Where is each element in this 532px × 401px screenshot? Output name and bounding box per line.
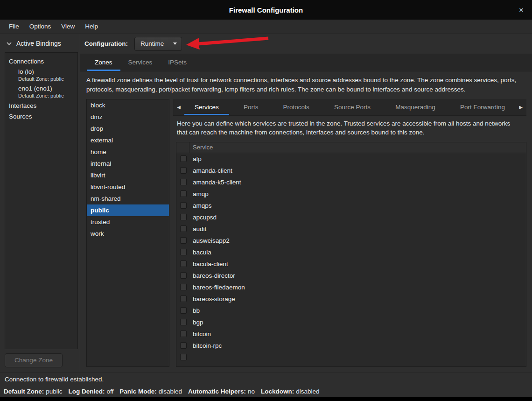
table-row[interactable]: audit	[176, 223, 526, 235]
zone-detail-tab-strip: Services Ports Protocols Source Ports Ma…	[184, 99, 515, 115]
table-row[interactable]: bitcoin	[176, 328, 526, 340]
zone-list-item[interactable]: nm-shared	[87, 193, 169, 204]
service-checkbox[interactable]	[180, 167, 187, 174]
table-row[interactable]: apcupsd	[176, 211, 526, 223]
table-body: afp amanda-client	[176, 153, 526, 366]
tab[interactable]: Services	[120, 54, 161, 71]
menu-item[interactable]: View	[56, 20, 80, 33]
zone-list-item[interactable]: libvirt	[87, 169, 169, 181]
zones-description: A firewalld zone defines the level of tr…	[80, 71, 532, 99]
table-row[interactable]: afp	[176, 153, 526, 165]
table-row[interactable]: bareos-director	[176, 270, 526, 281]
zone-list-item[interactable]: public	[87, 204, 169, 216]
zone-detail-tab[interactable]: Ports	[233, 99, 269, 115]
status-pair: Lockdown: disabled	[261, 388, 320, 395]
tab[interactable]: IPSets	[160, 54, 195, 71]
service-name: bgp	[193, 319, 203, 326]
zone-list-item[interactable]: block	[87, 99, 169, 111]
table-row[interactable]: bareos-filedaemon	[176, 281, 526, 293]
firewall-config-window: Firewall Configuration × File Options Vi…	[0, 0, 532, 397]
zone-detail-tab[interactable]: Port Forwarding	[450, 99, 515, 115]
service-checkbox[interactable]	[180, 155, 187, 162]
service-name: afp	[193, 155, 202, 162]
service-checkbox[interactable]	[180, 272, 187, 279]
service-checkbox[interactable]	[180, 214, 187, 220]
zone-detail-tab[interactable]: Masquerading	[385, 99, 446, 115]
zone-detail-tab[interactable]: Services	[184, 99, 229, 115]
services-table: Service afp	[176, 142, 526, 367]
zone-list-item[interactable]: internal	[87, 158, 169, 169]
tab[interactable]: Zones	[87, 54, 120, 71]
service-name: bareos-filedaemon	[193, 284, 245, 291]
service-name: bitcoin	[193, 331, 211, 338]
zone-detail-tab[interactable]: Source Ports	[324, 99, 381, 115]
tree-item-connection[interactable]: lo (lo) Default Zone: public	[5, 67, 77, 84]
service-checkbox[interactable]	[180, 307, 187, 314]
service-column-header[interactable]: Service	[189, 144, 213, 151]
table-row[interactable]: amanda-client	[176, 165, 526, 176]
configuration-dropdown[interactable]: Runtime	[134, 37, 182, 51]
arrow-right-icon: ▶	[519, 105, 523, 110]
zone-detail-tab[interactable]: Protocols	[273, 99, 320, 115]
connection-name: eno1 (eno1)	[18, 85, 77, 92]
service-checkbox[interactable]	[180, 331, 187, 337]
service-checkbox[interactable]	[180, 237, 187, 244]
zone-list: block dmz drop external home internal li…	[86, 99, 169, 367]
service-name: ausweisapp2	[193, 237, 230, 244]
service-name: bareos-storage	[193, 295, 235, 303]
tree-item-connections[interactable]: Connections	[5, 56, 77, 67]
service-checkbox[interactable]	[180, 249, 187, 255]
status-pair-value: disabled	[296, 388, 319, 395]
service-checkbox[interactable]	[180, 202, 187, 209]
tree-item-interfaces[interactable]: Interfaces	[5, 100, 77, 111]
zone-list-item[interactable]: home	[87, 146, 169, 158]
service-checkbox[interactable]	[180, 225, 187, 232]
service-checkbox[interactable]	[180, 342, 187, 349]
service-name: bitcoin-rpc	[193, 342, 222, 349]
table-row-partial[interactable]	[176, 352, 526, 363]
service-checkbox[interactable]	[180, 190, 187, 197]
table-row[interactable]: amqp	[176, 188, 526, 200]
change-zone-button[interactable]: Change Zone	[5, 353, 63, 367]
tabs-scroll-right-button[interactable]: ▶	[515, 99, 526, 115]
status-pair-label: Panic Mode:	[119, 388, 157, 395]
status-pair-label: Automatic Helpers:	[188, 388, 246, 395]
menu-item[interactable]: Help	[80, 20, 103, 33]
status-pair-value: off	[107, 388, 114, 395]
table-row[interactable]: bb	[176, 305, 526, 317]
status-pair-label: Lockdown:	[261, 388, 294, 395]
zone-list-item[interactable]: drop	[87, 123, 169, 134]
table-row[interactable]: bacula-client	[176, 258, 526, 270]
zone-list-item[interactable]: external	[87, 134, 169, 146]
table-row[interactable]: bgp	[176, 317, 526, 328]
table-header: Service	[176, 142, 526, 153]
zone-list-item[interactable]: work	[87, 228, 169, 239]
table-row[interactable]: bacula	[176, 246, 526, 258]
tree-item-connection[interactable]: eno1 (eno1) Default Zone: public	[5, 84, 77, 100]
table-row[interactable]: bitcoin-rpc	[176, 340, 526, 352]
tree-item-sources[interactable]: Sources	[5, 111, 77, 122]
menu-item[interactable]: File	[4, 20, 24, 33]
service-name: amanda-k5-client	[193, 179, 241, 186]
body: Active Bindings Connections lo (lo) Defa…	[0, 34, 532, 373]
zone-detail: ◀ Services Ports Protocols Source Por	[173, 99, 526, 367]
service-checkbox[interactable]	[180, 260, 187, 267]
service-checkbox[interactable]	[180, 319, 187, 325]
menu-item[interactable]: Options	[24, 20, 56, 33]
table-row[interactable]: amqps	[176, 200, 526, 211]
service-checkbox[interactable]	[180, 354, 187, 360]
main-tabs: Zones Services IPSets	[80, 54, 532, 71]
zone-list-item[interactable]: dmz	[87, 111, 169, 123]
zone-list-item[interactable]: libvirt-routed	[87, 181, 169, 193]
table-row[interactable]: bareos-storage	[176, 293, 526, 305]
active-bindings-expander[interactable]: Active Bindings	[0, 34, 80, 51]
titlebar: Firewall Configuration ×	[0, 0, 532, 20]
service-checkbox[interactable]	[180, 179, 187, 185]
zone-list-item[interactable]: trusted	[87, 216, 169, 228]
table-row[interactable]: ausweisapp2	[176, 235, 526, 246]
close-icon[interactable]: ×	[519, 6, 524, 14]
service-checkbox[interactable]	[180, 295, 187, 302]
service-checkbox[interactable]	[180, 284, 187, 290]
table-row[interactable]: amanda-k5-client	[176, 176, 526, 188]
tabs-scroll-left-button[interactable]: ◀	[173, 99, 184, 115]
